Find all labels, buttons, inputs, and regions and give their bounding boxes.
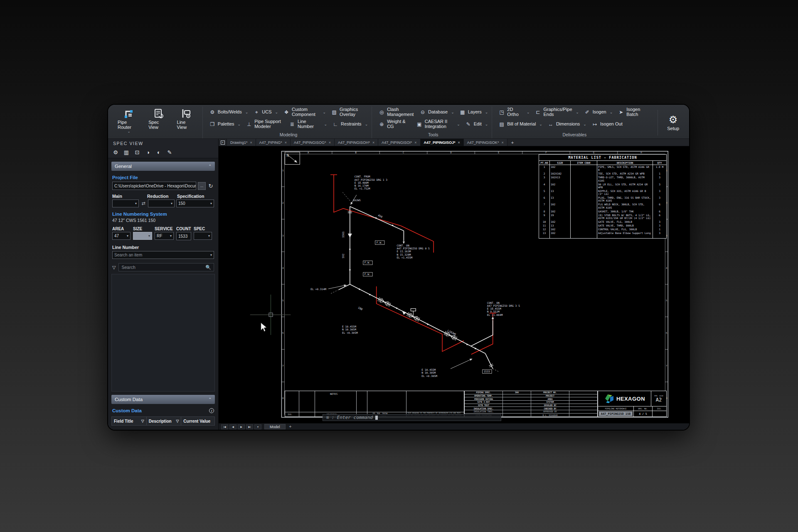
chevron-down-icon[interactable]: ⌄ — [128, 131, 131, 133]
close-icon[interactable]: × — [329, 140, 331, 145]
add-sheet-button[interactable]: + — [287, 424, 294, 429]
close-icon[interactable]: × — [250, 140, 252, 145]
last-sheet-icon[interactable]: ▶| — [246, 424, 253, 429]
pipe-support-modeler-button[interactable]: ⊥Pipe Support Modeler — [244, 118, 286, 130]
tab-a47-pipingisoh[interactable]: A47_PIPINGISOH*× — [335, 139, 378, 146]
chevron-down-icon[interactable]: ⌄ — [324, 122, 328, 126]
chevron-down-icon[interactable]: ⌄ — [451, 110, 454, 114]
close-icon[interactable]: × — [285, 140, 287, 145]
restraints-button[interactable]: ∟Restraints⌄ — [330, 118, 370, 130]
chevron-down-icon[interactable]: ⌄ — [583, 122, 586, 126]
weight-cg-button[interactable]: ⊕Weight & CG — [376, 118, 413, 130]
edit-doc-icon[interactable]: ✎ — [166, 149, 173, 155]
spec-value — [569, 407, 598, 410]
line-view-button[interactable]: Line View — [174, 107, 198, 131]
isogen-batch-button[interactable]: ➤Isogen Batch — [616, 106, 653, 118]
close-icon[interactable]: × — [414, 140, 416, 145]
custom-data-section-header[interactable]: Custom Data ⌃ — [111, 395, 215, 404]
area-select[interactable]: 47▾ — [112, 232, 131, 240]
chevron-down-icon[interactable]: ⌄ — [539, 122, 542, 126]
size-select[interactable]: ▾ — [133, 232, 152, 240]
drawing-canvas[interactable]: ABCDEFGH1122334455667788 N — [219, 146, 689, 423]
tab-a47-pipingisoi[interactable]: A47_PIPINGISOI*× — [378, 139, 420, 146]
settings-icon[interactable]: ⚙ — [112, 149, 119, 155]
new-tab-button[interactable]: + — [507, 139, 517, 146]
clash-management-button[interactable]: ◎Clash Management — [376, 106, 416, 118]
prev-sheet-icon[interactable]: ◀ — [229, 424, 236, 429]
caesar-ii-integration-button[interactable]: ▣CAESAR II Integration⌄ — [414, 118, 462, 130]
graphics-pipe-ends-button[interactable]: ⊏Graphics/Pipe Ends⌄ — [533, 106, 581, 118]
chevron-down-icon[interactable]: ⌄ — [245, 110, 249, 114]
tab-a47-piping[interactable]: A47_PIPING*× — [256, 139, 291, 146]
line-number-list[interactable] — [111, 274, 215, 392]
line-number-select[interactable]: Search an item ▾ — [112, 251, 214, 259]
palettes-button[interactable]: ❐Palettes⌄ — [207, 118, 243, 130]
pipeline-reference-value[interactable]: A47_PIPINGISO 150 — [599, 411, 633, 416]
report-icon[interactable]: ▥ — [123, 149, 130, 155]
graphics-overlay-button[interactable]: ▧Graphics Overlay — [329, 106, 370, 118]
isogen-out-button[interactable]: ↦Isogen Out — [589, 118, 625, 130]
column-header-field-title[interactable]: Field Title▽ — [112, 417, 147, 425]
browse-button[interactable]: ... — [198, 182, 206, 190]
search-input[interactable]: Search 🔍 — [118, 263, 214, 271]
database-button[interactable]: ⊝Database⌄ — [417, 106, 456, 118]
spec-view-button[interactable]: Spec View — [145, 107, 171, 131]
service-select[interactable]: RF▾ — [155, 232, 174, 240]
isogen-button[interactable]: ✐Isogen⌄ — [582, 106, 615, 118]
column-header-description[interactable]: Description▽ — [147, 417, 182, 425]
reduction-select[interactable]: ▾ — [148, 200, 175, 207]
main-select[interactable]: ▾ — [112, 200, 139, 207]
filter-icon[interactable]: ▽ — [141, 419, 144, 423]
chevron-down-icon[interactable]: ⌄ — [457, 122, 460, 126]
tab-a47-pipingisoj[interactable]: A47_PIPINGISOJ*× — [421, 139, 464, 146]
chevron-down-icon[interactable]: ⌄ — [527, 110, 530, 114]
close-icon[interactable]: × — [501, 140, 503, 145]
count-input[interactable]: 1533 — [176, 232, 191, 240]
chevron-down-icon[interactable]: ⌄ — [323, 110, 326, 114]
chevron-down-icon[interactable]: ⌄ — [610, 110, 613, 114]
dimensions-button[interactable]: ↔Dimensions⌄ — [545, 118, 589, 130]
bill-of-material-button[interactable]: ▤Bill of Material⌄ — [496, 118, 544, 130]
hexagon-logo: HEXAGON — [598, 391, 651, 406]
tab-a47-pipingisog[interactable]: A47_PIPINGISOG*× — [291, 139, 335, 146]
display-settings-icon[interactable]: ⊡ — [133, 149, 141, 155]
close-icon[interactable]: × — [372, 140, 374, 145]
tabbar-menu-button[interactable]: × — [219, 139, 227, 146]
2d-ortho-button[interactable]: ◳2D Ortho⌄ — [496, 106, 532, 118]
edit-button[interactable]: ✎Edit⌄ — [463, 118, 490, 130]
line-number-button[interactable]: ≣Line Number⌄ — [287, 118, 329, 130]
chevron-down-icon[interactable]: ⌄ — [485, 110, 488, 114]
tab-drawing1[interactable]: Drawing1*× — [227, 139, 256, 146]
ucs-button[interactable]: ⌖UCS⌄ — [251, 106, 280, 118]
spec-settings-icon[interactable]: ◑ — [144, 149, 152, 155]
next-sheet-icon[interactable]: ▶ — [238, 424, 245, 429]
chevron-down-icon[interactable]: ⌄ — [365, 122, 368, 126]
swap-icon[interactable]: ⇄ — [140, 201, 146, 206]
custom-component-button[interactable]: ❖Custom Component⌄ — [281, 106, 328, 118]
filter-icon[interactable]: ▽ — [176, 419, 179, 423]
spec-select[interactable]: ▾ — [194, 232, 212, 240]
bolts-welds-button[interactable]: ⚙Bolts/Welds⌄ — [207, 106, 250, 118]
pipe-router-button[interactable]: Pipe Router ⌄ — [115, 107, 143, 134]
filter-icon[interactable]: ▽ — [112, 265, 116, 270]
chevron-down-icon[interactable]: ⌄ — [576, 110, 579, 114]
chevron-down-icon[interactable]: ⌄ — [485, 122, 488, 126]
general-section-header[interactable]: General ⌃ — [111, 162, 215, 171]
refresh-icon[interactable]: ↻ — [207, 183, 214, 189]
command-line[interactable]: ≡ : Enter command — [323, 414, 501, 421]
project-file-input[interactable]: C:\Users\spicker\OneDrive - Hexagon\Docu… — [112, 182, 196, 190]
theme-icon[interactable]: ◐ — [155, 149, 163, 155]
specification-select[interactable]: 150▾ — [176, 200, 214, 207]
close-icon[interactable]: × — [458, 140, 460, 145]
layers-button[interactable]: ▦Layers⌄ — [457, 106, 490, 118]
tab-a47-pipingisok[interactable]: A47_PIPINGISOK*× — [464, 139, 507, 146]
chevron-down-icon[interactable]: ⌄ — [238, 122, 241, 126]
model-tab[interactable]: Model — [264, 424, 286, 429]
column-header-current-value[interactable]: Current Value — [181, 417, 214, 425]
chevron-down-icon[interactable]: ⌄ — [275, 110, 278, 114]
sheet-list-icon[interactable]: ▾ — [254, 424, 261, 429]
info-icon[interactable]: i — [209, 408, 214, 413]
setup-button[interactable]: ⚙ Setup — [663, 114, 683, 131]
first-sheet-icon[interactable]: |◀ — [221, 424, 228, 429]
pipe-run-white[interactable] — [339, 207, 493, 369]
